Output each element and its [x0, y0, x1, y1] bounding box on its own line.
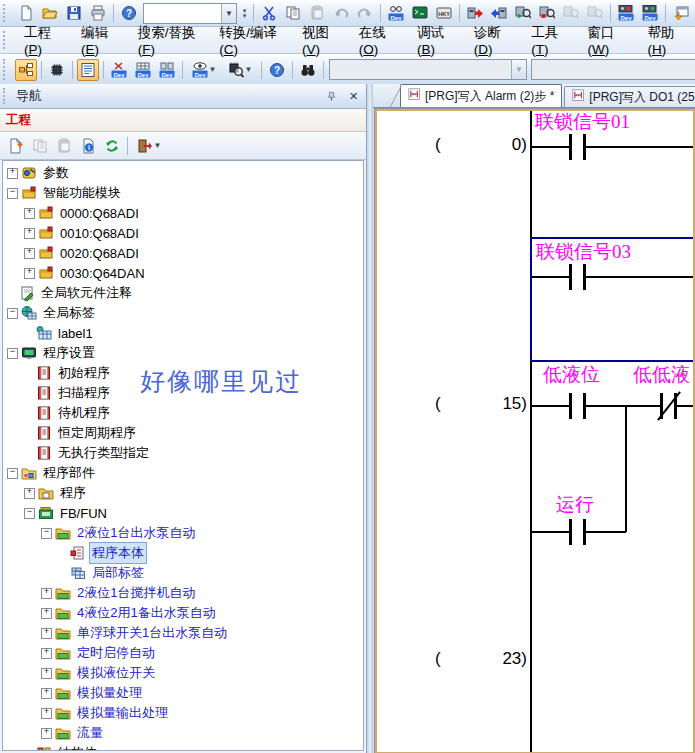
tree-item[interactable]: +定时启停自动 — [3, 643, 363, 663]
tree-expander-icon[interactable]: − — [7, 188, 18, 199]
tree-item-label[interactable]: 4液位2用1备出水泵自动 — [75, 603, 218, 623]
device-batch-icon[interactable]: Dev — [156, 59, 178, 81]
tree-item-label[interactable]: 全局标签 — [41, 303, 97, 323]
menu-item[interactable]: 搜索/替换(F) — [128, 21, 209, 60]
device-display-dropdown[interactable]: Dev▼ — [187, 59, 221, 81]
tree-expander-icon[interactable]: + — [41, 708, 52, 719]
project-tree[interactable]: +参数−智能功能模块+0000:Q68ADI+0010:Q68ADI+0020:… — [2, 160, 364, 751]
tree-item[interactable]: 待机程序 — [3, 403, 363, 423]
panel-grip[interactable] — [3, 88, 10, 105]
tree-item[interactable]: +0010:Q68ADI — [3, 223, 363, 243]
tree-expander-icon[interactable]: + — [7, 168, 18, 179]
menu-item[interactable]: 在线(O) — [349, 21, 407, 60]
device-search-dropdown[interactable]: ▼ — [223, 59, 257, 81]
tree-item[interactable]: +2液位1台搅拌机自动 — [3, 583, 363, 603]
tree-item[interactable]: 程序本体 — [3, 543, 363, 563]
tree-item[interactable]: +0020:Q68ADI — [3, 243, 363, 263]
tree-expander-icon[interactable]: + — [41, 728, 52, 739]
tree-item[interactable]: 初始程序 — [3, 363, 363, 383]
menu-item[interactable]: 工具(T) — [521, 21, 577, 60]
tree-expander-icon[interactable]: + — [41, 588, 52, 599]
combobox-dropdown-icon[interactable]: ▼ — [511, 60, 526, 79]
menu-item[interactable]: 调试(B) — [407, 21, 464, 60]
tree-item-label[interactable]: 无执行类型指定 — [56, 443, 151, 463]
document-tab[interactable]: [PRG]写入 DO1 (25 — [564, 86, 695, 107]
tree-item-label[interactable]: 参数 — [41, 163, 71, 183]
tree-item-label[interactable]: 模拟量输出处理 — [75, 703, 170, 723]
tree-item-label[interactable]: 程序设置 — [41, 343, 97, 363]
nav-refresh-icon[interactable] — [101, 135, 123, 157]
undo-icon[interactable] — [330, 2, 352, 24]
statement-combobox[interactable]: ▼ — [531, 59, 695, 80]
tree-item[interactable]: +参数 — [3, 163, 363, 183]
tree-item[interactable]: +0030:Q64DAN — [3, 263, 363, 283]
tree-item-label[interactable]: 模拟液位开关 — [75, 663, 157, 683]
ladder-canvas[interactable]: (0)(15)(23)联锁信号01联锁信号03低液位低低液运行 — [377, 111, 693, 752]
tree-item-label[interactable]: 流量 — [75, 723, 105, 743]
tree-item[interactable]: −FB/FUN — [3, 503, 363, 523]
tree-expander-icon[interactable]: + — [41, 608, 52, 619]
tree-item-label[interactable]: 结构体 — [56, 743, 99, 751]
module-configuration-icon[interactable] — [46, 59, 68, 81]
nav-new-data-icon[interactable] — [5, 135, 27, 157]
nav-copy-icon[interactable] — [29, 135, 51, 157]
document-tab[interactable]: [PRG]写入 Alarm (2)步 * — [400, 84, 562, 107]
tree-expander-icon[interactable]: + — [41, 688, 52, 699]
tree-item-label[interactable]: 待机程序 — [56, 403, 112, 423]
tree-item[interactable]: 恒定周期程序 — [3, 423, 363, 443]
tree-expander-icon[interactable]: + — [24, 248, 35, 259]
tree-item-label[interactable]: 单浮球开关1台出水泵自动 — [75, 623, 229, 643]
tree-item[interactable]: +流量 — [3, 723, 363, 743]
paste-icon[interactable] — [306, 2, 328, 24]
tree-item-label[interactable]: 程序 — [58, 483, 88, 503]
tree-item-label[interactable]: 局部标签 — [90, 563, 146, 583]
tree-item[interactable]: −程序部件 — [3, 463, 363, 483]
menu-item[interactable]: 工程(P) — [14, 21, 71, 60]
work-window-icon[interactable] — [77, 59, 99, 81]
tree-item-label[interactable]: 0010:Q68ADI — [58, 225, 141, 242]
tree-item-label[interactable]: 2液位1台出水泵自动 — [75, 523, 197, 543]
tree-item[interactable]: 局部标签 — [3, 563, 363, 583]
tree-item[interactable]: +模拟量处理 — [3, 683, 363, 703]
tree-item[interactable]: −2液位1台出水泵自动 — [3, 523, 363, 543]
pin-icon[interactable] — [322, 88, 341, 105]
menu-item[interactable]: 转换/编译(C) — [209, 21, 292, 60]
tree-item-label[interactable]: 0030:Q64DAN — [58, 265, 147, 282]
tree-item-label[interactable]: 0000:Q68ADI — [58, 205, 141, 222]
tree-item-label[interactable]: 模拟量处理 — [75, 683, 144, 703]
tree-expander-icon[interactable]: − — [41, 528, 52, 539]
toolbar-grip[interactable] — [3, 4, 10, 22]
tree-item[interactable]: −智能功能模块 — [3, 183, 363, 203]
tree-expander-icon[interactable]: + — [24, 228, 35, 239]
tree-item[interactable]: +模拟液位开关 — [3, 663, 363, 683]
tree-item[interactable]: −程序设置 — [3, 343, 363, 363]
tree-item-label[interactable]: 定时启停自动 — [75, 643, 157, 663]
tree-item-label[interactable]: 程序本体 — [90, 543, 146, 563]
help-secondary-icon[interactable]: ? — [266, 59, 288, 81]
tree-expander-icon[interactable]: − — [7, 308, 18, 319]
monitor-write-mode-icon[interactable] — [584, 2, 606, 24]
nav-paste-icon[interactable] — [53, 135, 75, 157]
device-comment-icon[interactable]: Dev — [108, 59, 130, 81]
tree-item-label[interactable]: 2液位1台搅拌机自动 — [75, 583, 197, 603]
tree-expander-icon[interactable]: + — [41, 668, 52, 679]
tree-expander-icon[interactable]: − — [24, 508, 35, 519]
menu-item[interactable]: 编辑(E) — [71, 21, 128, 60]
tree-item[interactable]: +4液位2用1备出水泵自动 — [3, 603, 363, 623]
tree-item[interactable]: +单浮球开关1台出水泵自动 — [3, 623, 363, 643]
nav-sort-dropdown[interactable]: ▼ — [132, 135, 166, 157]
no-contact[interactable] — [569, 393, 586, 419]
tree-item[interactable]: 扫描程序 — [3, 383, 363, 403]
tree-item[interactable]: −全局标签 — [3, 303, 363, 323]
combobox-dropdown-icon[interactable]: ▼ — [221, 4, 236, 23]
monitor-mode-icon[interactable] — [560, 2, 582, 24]
tree-item-label[interactable]: 全局软元件注释 — [39, 283, 134, 303]
comment-combobox[interactable]: ▼ — [329, 59, 527, 80]
tree-item[interactable]: 无执行类型指定 — [3, 443, 363, 463]
tree-item-label[interactable]: 恒定周期程序 — [56, 423, 138, 443]
tree-item-label[interactable]: 程序部件 — [41, 463, 97, 483]
redo-icon[interactable] — [354, 2, 376, 24]
menu-item[interactable]: 视图(V) — [292, 21, 349, 60]
nav-property-icon[interactable]: i — [77, 135, 99, 157]
tree-item[interactable]: +0000:Q68ADI — [3, 203, 363, 223]
